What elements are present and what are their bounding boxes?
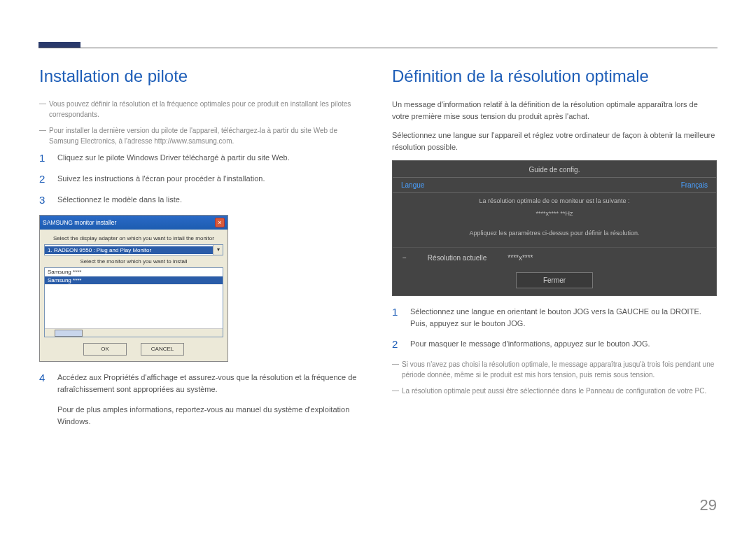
dialog-body: Select the display adapter on which you … bbox=[40, 230, 227, 361]
step: 3 Sélectionnez le modèle dans la liste. bbox=[39, 194, 364, 206]
dialog-label: Select the display adapter on which you … bbox=[44, 235, 223, 241]
step-number: 4 bbox=[39, 372, 49, 384]
list-item[interactable]: Samsung **** bbox=[45, 268, 223, 276]
closing-text: Pour de plus amples informations, report… bbox=[57, 404, 364, 428]
minus-icon: − bbox=[402, 253, 407, 262]
step: 4 Accédez aux Propriétés d'affichage et … bbox=[39, 372, 364, 395]
osd-current-res-value: ****x**** bbox=[507, 253, 533, 262]
osd-language-value: Français bbox=[681, 181, 708, 190]
step: 2 Pour masquer le message d'informations… bbox=[392, 338, 717, 351]
step-number: 3 bbox=[39, 194, 49, 206]
page-number: 29 bbox=[700, 496, 717, 514]
step-text: Sélectionnez le modèle dans la liste. bbox=[57, 194, 364, 206]
osd-panel: Guide de config. Langue Français La réso… bbox=[392, 160, 717, 296]
step-number: 2 bbox=[39, 173, 49, 185]
osd-close-button[interactable]: Fermer bbox=[516, 272, 593, 288]
note: Si vous n'avez pas choisi la résolution … bbox=[392, 359, 717, 380]
ok-button[interactable]: OK bbox=[83, 343, 127, 356]
left-column: Installation de pilote Vous pouvez défin… bbox=[39, 66, 364, 428]
intro-text: Un message d'information relatif à la dé… bbox=[392, 99, 717, 122]
osd-language-label: Langue bbox=[401, 181, 424, 190]
header-rule bbox=[38, 48, 718, 48]
osd-resolution-spec: ****x**** **Hz bbox=[393, 210, 716, 225]
step: 2 Suivez les instructions à l'écran pour… bbox=[39, 173, 364, 185]
header-accent bbox=[38, 42, 80, 48]
installer-dialog: SAMSUNG monitor installer × Select the d… bbox=[39, 215, 228, 362]
step-text: Accédez aux Propriétés d'affichage et as… bbox=[57, 372, 364, 395]
dialog-title: SAMSUNG monitor installer bbox=[43, 219, 116, 226]
cancel-button[interactable]: CANCEL bbox=[141, 343, 184, 356]
osd-language-row[interactable]: Langue Français bbox=[393, 177, 716, 193]
monitor-list[interactable]: Samsung **** Samsung **** bbox=[44, 267, 223, 337]
page-content: Installation de pilote Vous pouvez défin… bbox=[0, 0, 756, 449]
scrollbar-thumb[interactable] bbox=[55, 330, 83, 337]
osd-message: La résolution optimale de ce moniteur es… bbox=[393, 193, 716, 210]
right-column: Définition de la résolution optimale Un … bbox=[392, 66, 717, 428]
close-icon[interactable]: × bbox=[215, 218, 225, 227]
osd-title: Guide de config. bbox=[393, 161, 716, 177]
step-number: 2 bbox=[392, 338, 402, 351]
step-text: Cliquez sur le pilote Windows Driver tél… bbox=[57, 152, 364, 164]
heading-left: Installation de pilote bbox=[39, 66, 364, 86]
adapter-selected: 1. RADEON 9550 : Plug and Play Monitor bbox=[45, 246, 213, 254]
osd-instruction: Appliquez les paramètres ci-dessus pour … bbox=[393, 225, 716, 248]
osd-current-res-label: Résolution actuelle bbox=[428, 253, 487, 262]
list-item[interactable]: Samsung **** bbox=[45, 276, 223, 285]
note: Pour installer la dernière version du pi… bbox=[39, 125, 364, 146]
step-number: 1 bbox=[39, 152, 49, 164]
step-text: Suivez les instructions à l'écran pour p… bbox=[57, 173, 364, 185]
horizontal-scrollbar[interactable] bbox=[45, 328, 223, 337]
heading-right: Définition de la résolution optimale bbox=[392, 66, 717, 86]
dialog-button-row: OK CANCEL bbox=[44, 343, 223, 356]
adapter-select[interactable]: 1. RADEON 9550 : Plug and Play Monitor ▾ bbox=[44, 244, 223, 255]
chevron-down-icon[interactable]: ▾ bbox=[213, 245, 223, 255]
step: 1 Sélectionnez une langue en orientant l… bbox=[392, 306, 717, 330]
step-number: 1 bbox=[392, 306, 402, 318]
dialog-titlebar[interactable]: SAMSUNG monitor installer × bbox=[40, 216, 227, 230]
dialog-label: Select the monitor which you want to ins… bbox=[44, 258, 223, 265]
intro-text: Sélectionnez une langue sur l'appareil e… bbox=[392, 129, 717, 153]
step-text: Sélectionnez une langue en orientant le … bbox=[410, 306, 717, 330]
osd-current-resolution-row: − Résolution actuelle ****x**** bbox=[393, 247, 716, 272]
note: La résolution optimale peut aussi être s… bbox=[392, 386, 717, 396]
note: Vous pouvez définir la résolution et la … bbox=[39, 99, 364, 120]
step-text: Pour masquer le message d'informations, … bbox=[410, 338, 717, 350]
step: 1 Cliquez sur le pilote Windows Driver t… bbox=[39, 152, 364, 164]
